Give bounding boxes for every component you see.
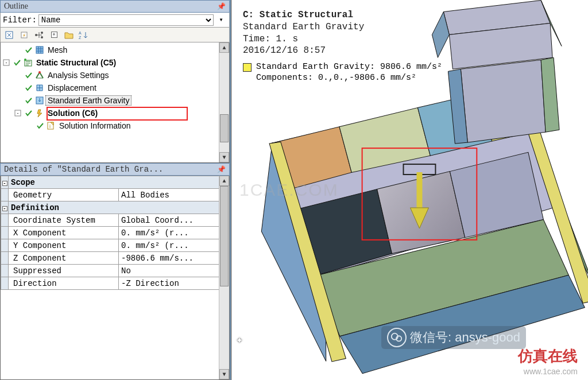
tree-item-label[interactable]: Displacement [45, 83, 99, 93]
viewport-subtitle: Standard Earth Gravity [243, 21, 364, 33]
sort-icon[interactable]: AZ [78, 29, 90, 41]
tree-item[interactable]: -Static Structural (C5) [1, 56, 229, 69]
credit-url: www.1cae.com [518, 366, 578, 377]
branch-icon[interactable] [33, 29, 45, 41]
details-value[interactable]: -Z Direction [119, 277, 229, 290]
legend-line-2: Components: 0.,0.,-9806.6 mm/s² [256, 73, 442, 84]
svg-point-11 [38, 71, 41, 73]
viewport-time: Time: 1. s [243, 33, 364, 45]
outline-title: Outline [4, 2, 28, 11]
svg-point-5 [41, 36, 43, 38]
details-row[interactable]: Y Component0. mm/s² (r... [1, 239, 229, 252]
flash-icon[interactable]: ⚡ [18, 29, 30, 41]
tree-scrollbar[interactable]: ▲ ▼ [219, 42, 229, 162]
collapse-icon[interactable]: - [1, 201, 9, 214]
disp-icon [34, 83, 45, 92]
viewport-title: C: Static Structural [243, 9, 364, 21]
details-gutter [1, 252, 9, 265]
outline-title-bar: Outline 📌 [0, 0, 230, 13]
details-row[interactable]: Direction-Z Direction [1, 277, 229, 290]
legend-swatch [243, 63, 252, 72]
status-check-icon [24, 71, 34, 80]
details-group-name: Scope [9, 176, 229, 189]
scroll-down-button[interactable]: ▼ [219, 369, 229, 379]
filter-clear-button[interactable]: ▾ [215, 14, 227, 26]
status-check-icon [24, 108, 34, 118]
mesh-icon [34, 45, 45, 55]
details-gutter [1, 189, 9, 201]
watermark: 1CAE.COM [239, 180, 339, 200]
pin-icon[interactable]: 📌 [217, 2, 226, 11]
tree-item[interactable]: iSolution Information [1, 119, 229, 132]
svg-point-3 [35, 34, 37, 36]
details-value[interactable]: 0. mm/s² (r... [119, 239, 229, 252]
details-scrollbar[interactable]: ▲ ▼ [219, 176, 229, 379]
details-label: Coordinate System [9, 214, 119, 227]
tree-item[interactable]: Mesh [1, 44, 229, 56]
tree-item[interactable]: Standard Earth Gravity [1, 94, 229, 107]
details-label: Direction [9, 277, 119, 290]
grav-icon [34, 96, 45, 105]
details-group-header[interactable]: -Scope [1, 176, 229, 189]
details-value[interactable]: No [119, 265, 229, 277]
details-label: Z Component [9, 252, 119, 265]
details-title: Details of "Standard Earth Gra... [4, 165, 163, 174]
details-row[interactable]: GeometryAll Bodies [1, 189, 229, 201]
scroll-down-button[interactable]: ▼ [219, 152, 229, 162]
expand-all-button[interactable]: + [48, 29, 60, 41]
env-icon [23, 58, 33, 67]
details-row[interactable]: Coordinate SystemGlobal Coord... [1, 214, 229, 227]
collapse-icon[interactable]: - [15, 110, 21, 117]
svg-text:⚡: ⚡ [22, 33, 26, 39]
solution-icon [34, 108, 45, 118]
status-check-icon [12, 58, 22, 67]
tree-item-label[interactable]: Mesh [45, 45, 69, 55]
details-value[interactable]: -9806.6 mm/s... [119, 252, 229, 265]
info-icon: i [46, 121, 56, 130]
tree-item[interactable]: Displacement [1, 82, 229, 94]
pin-icon[interactable]: 📌 [217, 165, 226, 174]
wechat-icon [387, 328, 407, 347]
details-value[interactable]: All Bodies [119, 189, 229, 201]
status-check-icon [35, 121, 45, 130]
tree-item[interactable]: Analysis Settings [1, 69, 229, 82]
svg-text:Z: Z [79, 36, 82, 40]
collapse-icon[interactable]: - [1, 176, 9, 189]
details-value[interactable]: Global Coord... [119, 214, 229, 227]
details-label: Geometry [9, 189, 119, 201]
details-row[interactable]: Z Component-9806.6 mm/s... [1, 252, 229, 265]
svg-marker-33 [461, 60, 546, 142]
scroll-up-button[interactable]: ▲ [219, 42, 229, 53]
status-check-icon [24, 45, 34, 55]
tree-item-label[interactable]: Solution Information [57, 121, 133, 131]
collapse-icon[interactable]: - [3, 60, 10, 66]
wechat-overlay: 微信号: ansys-good [381, 326, 526, 349]
refresh-icon[interactable] [3, 29, 16, 41]
filter-select[interactable]: Name [38, 14, 214, 26]
svg-rect-8 [36, 46, 43, 53]
svg-text:A: A [79, 31, 82, 35]
tree-item-label[interactable]: Solution (C6) [45, 108, 100, 118]
viewport-info: C: Static Structural Standard Earth Grav… [243, 9, 364, 57]
outline-tree[interactable]: Mesh-Static Structural (C5)Analysis Sett… [0, 42, 230, 163]
svg-point-10 [24, 59, 26, 61]
details-value[interactable]: 0. mm/s² (r... [119, 227, 229, 239]
details-gutter [1, 239, 9, 252]
tree-item-label[interactable]: Static Structural (C5) [34, 57, 118, 68]
credit-cn: 仿真在线 [518, 347, 578, 366]
scroll-up-button[interactable]: ▲ [219, 176, 229, 186]
tree-item-label[interactable]: Analysis Settings [45, 70, 111, 80]
outline-toolbar: ⚡ + AZ [0, 28, 230, 42]
svg-point-4 [41, 32, 43, 34]
folder-icon[interactable] [63, 29, 75, 41]
details-group-header[interactable]: -Definition [1, 201, 229, 214]
cursor-indicator-icon: ✦ [236, 332, 243, 347]
details-label: Y Component [9, 239, 119, 252]
details-gutter [1, 227, 9, 239]
details-row[interactable]: X Component0. mm/s² (r... [1, 227, 229, 239]
details-row[interactable]: SuppressedNo [1, 265, 229, 277]
tree-item[interactable]: -Solution (C6) [1, 107, 229, 119]
tree-item-label[interactable]: Standard Earth Gravity [45, 95, 131, 106]
details-panel: -ScopeGeometryAll Bodies-DefinitionCoord… [0, 176, 230, 380]
graphics-viewport[interactable]: C: Static Structural Standard Earth Grav… [231, 0, 588, 380]
